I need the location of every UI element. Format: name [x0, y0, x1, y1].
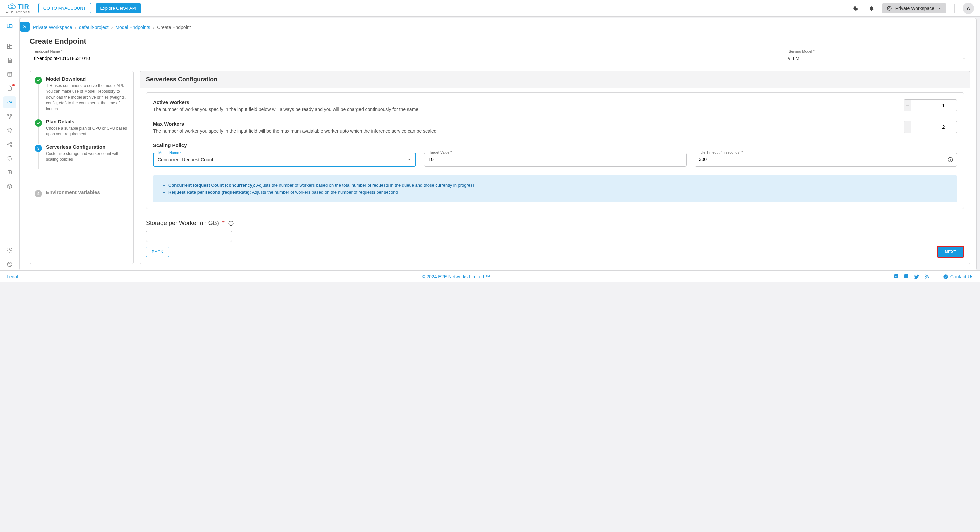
twitter-icon[interactable] — [914, 274, 920, 280]
step-sidebar: Model Download TIR uses containers to se… — [30, 71, 134, 264]
rail-settings-icon[interactable] — [3, 244, 16, 256]
rail-table-icon[interactable] — [3, 68, 16, 80]
target-value-field[interactable]: Target Value * — [424, 153, 686, 167]
serving-model-label: Serving Model * — [788, 49, 816, 53]
caret-down-icon — [407, 158, 411, 162]
step-2-icon — [35, 119, 42, 127]
workspace-picker[interactable]: Private Workspace — [882, 3, 947, 13]
check-icon — [37, 78, 40, 82]
active-workers-title: Active Workers — [153, 99, 894, 105]
notifications-icon[interactable] — [866, 3, 877, 14]
chevrons-right-icon — [22, 24, 27, 29]
config-panel: Serverless Configuration Active Workers … — [140, 71, 970, 264]
max-workers-desc: The number of worker you specify in the … — [153, 128, 894, 135]
scope-icon — [887, 6, 892, 11]
workspace-label: Private Workspace — [895, 6, 934, 11]
linkedin-icon[interactable]: in — [894, 274, 899, 280]
step-1-desc: TIR uses containers to serve the model A… — [46, 83, 129, 112]
serving-model-field[interactable]: Serving Model * vLLM — [784, 52, 970, 66]
max-workers-decrement[interactable]: − — [904, 121, 911, 133]
breadcrumb: Private Workspace› default-project› Mode… — [33, 21, 191, 30]
caret-down-icon — [938, 6, 942, 10]
svg-point-1 — [887, 6, 891, 10]
rail-new-folder-icon[interactable] — [3, 20, 16, 32]
max-workers-title: Max Workers — [153, 121, 894, 127]
rail-dashboard-icon[interactable] — [3, 40, 16, 53]
top-bar: TIR AI PLATFORM GO TO MYACCOUNT Explore … — [0, 0, 980, 17]
idle-timeout-input[interactable] — [695, 153, 957, 166]
expand-sidebar-button[interactable] — [20, 22, 30, 32]
rail-sync-icon[interactable] — [3, 152, 16, 164]
next-button[interactable]: NEXT — [937, 246, 964, 258]
avatar[interactable]: A — [963, 3, 974, 14]
rail-pipeline-icon[interactable] — [3, 110, 16, 122]
active-workers-desc: The number of worker you specify in the … — [153, 106, 894, 113]
svg-point-2 — [889, 8, 890, 9]
help-icon[interactable]: ? — [943, 274, 948, 279]
rail-export-icon[interactable] — [3, 166, 16, 178]
step-3-title[interactable]: Serverless Configuration — [46, 144, 129, 150]
svg-text:?: ? — [945, 275, 947, 278]
metric-name-field[interactable]: Metric Name * Concurrent Request Count — [153, 153, 416, 167]
info-icon[interactable] — [228, 220, 234, 226]
rail-file-icon[interactable] — [3, 54, 16, 66]
rail-chip-icon[interactable] — [3, 124, 16, 136]
endpoint-name-label: Endpoint Name * — [33, 49, 64, 53]
facebook-icon[interactable]: f — [904, 274, 909, 280]
crumb-project[interactable]: default-project — [79, 25, 109, 30]
active-workers-decrement[interactable]: − — [904, 100, 911, 111]
target-value-label: Target Value * — [428, 150, 453, 155]
rail-endpoints-icon[interactable] — [3, 96, 16, 108]
rail-shopping-icon[interactable] — [3, 82, 16, 94]
scaling-policy-heading: Scaling Policy — [153, 142, 957, 148]
max-workers-input[interactable] — [911, 124, 957, 130]
metric-name-select[interactable]: Concurrent Request Count — [154, 153, 415, 166]
svg-point-15 — [7, 262, 12, 267]
explore-genai-button[interactable]: Explore GenAI API — [95, 3, 141, 13]
serving-model-select[interactable]: vLLM — [784, 52, 970, 65]
max-workers-stepper[interactable]: − + — [904, 121, 957, 133]
svg-rect-4 — [8, 87, 11, 90]
crumb-endpoints[interactable]: Model Endpoints — [115, 25, 150, 30]
svg-text:f: f — [906, 275, 907, 278]
rail-region-icon[interactable] — [3, 258, 16, 270]
svg-text:in: in — [895, 275, 897, 278]
svg-point-5 — [9, 102, 10, 104]
metric-name-label: Metric Name * — [157, 151, 183, 155]
cloud-chip-icon — [8, 3, 16, 10]
logo-subtext: AI PLATFORM — [6, 11, 31, 14]
rail-cube-icon[interactable] — [3, 180, 16, 192]
check-icon — [37, 121, 40, 125]
step-4-title[interactable]: Environment Variables — [46, 190, 100, 195]
idle-timeout-field[interactable]: Idle Timeout (in seconds) * — [695, 153, 957, 167]
step-1-title[interactable]: Model Download — [46, 76, 129, 82]
page-title: Create Endpoint — [30, 37, 970, 46]
endpoint-name-field[interactable]: Endpoint Name * — [30, 52, 216, 66]
crumb-workspace[interactable]: Private Workspace — [33, 25, 72, 30]
step-2-title[interactable]: Plan Details — [46, 119, 129, 124]
step-2-desc: Choose a suitable plan of GPU or CPU bas… — [46, 126, 129, 137]
step-3-desc: Customize storage and worker count with … — [46, 151, 129, 162]
storage-input[interactable] — [146, 231, 232, 242]
goto-myaccount-button[interactable]: GO TO MYACCOUNT — [38, 3, 91, 13]
scaling-info-note: Concurrent Request Count (concurrency): … — [153, 175, 957, 202]
step-3-icon: 3 — [35, 145, 42, 152]
info-icon[interactable] — [947, 157, 953, 162]
target-value-input[interactable] — [424, 153, 686, 166]
endpoint-name-input[interactable] — [30, 52, 216, 65]
theme-toggle-icon[interactable] — [850, 3, 861, 14]
storage-heading: Storage per Worker (in GB)* — [140, 213, 970, 229]
footer-contact-link[interactable]: Contact Us — [950, 274, 973, 279]
svg-rect-9 — [8, 129, 11, 132]
active-workers-input[interactable] — [911, 102, 957, 109]
active-workers-stepper[interactable]: − + — [904, 99, 957, 111]
rss-icon[interactable] — [924, 274, 930, 280]
left-rail — [0, 17, 19, 270]
caret-down-icon — [962, 56, 966, 61]
svg-point-14 — [9, 250, 10, 251]
back-button[interactable]: BACK — [146, 247, 169, 257]
logo[interactable]: TIR AI PLATFORM — [6, 3, 31, 14]
config-heading: Serverless Configuration — [140, 71, 970, 88]
rail-share-icon[interactable] — [3, 139, 16, 150]
footer-legal-link[interactable]: Legal — [7, 274, 18, 279]
